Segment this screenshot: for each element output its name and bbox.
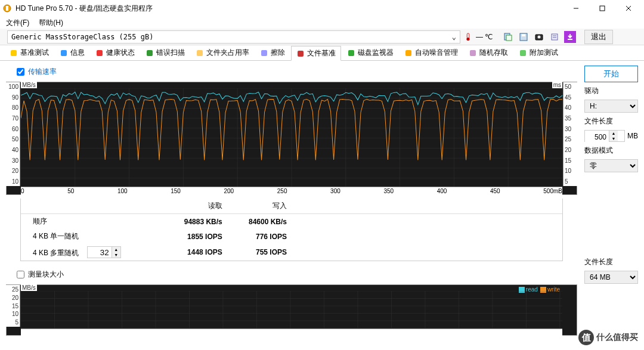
random-icon (469, 49, 477, 57)
search-icon (145, 49, 154, 57)
svg-rect-25 (348, 50, 354, 56)
maximize-button[interactable] (589, 0, 615, 17)
svg-rect-24 (298, 51, 304, 57)
y-unit-right: ms (552, 82, 562, 88)
folder-icon (196, 49, 204, 57)
start-button[interactable]: 开始 (584, 66, 638, 82)
exit-button[interactable]: 退出 (584, 30, 613, 44)
queue-depth-input[interactable] (88, 247, 112, 258)
filelen2-label: 文件长度 (584, 257, 638, 267)
svg-rect-9 (506, 35, 512, 41)
window-title: HD Tune Pro 5.70 - 硬盘/固态硬盘实用程序 (16, 4, 563, 14)
tab-info[interactable]: 信息 (55, 46, 89, 60)
file-icon (296, 49, 305, 58)
svg-rect-11 (522, 34, 525, 36)
transfer-rate-label: 传输速率 (28, 67, 57, 77)
svg-rect-21 (147, 50, 153, 56)
tab-speaker[interactable]: 自动噪音管理 (400, 46, 463, 60)
svg-rect-1 (6, 6, 8, 11)
app-icon (2, 4, 12, 13)
info-icon (60, 49, 68, 57)
mode-select[interactable]: 零 (584, 159, 638, 172)
temperature-value: — ℃ (476, 33, 493, 41)
device-name: Generic MassStorageClass (255 gB) (11, 33, 153, 41)
filelen-unit: MB (627, 132, 638, 140)
save-icon[interactable] (518, 31, 530, 43)
mode-label: 数据模式 (584, 145, 638, 156)
close-button[interactable] (615, 0, 642, 17)
svg-rect-27 (470, 50, 476, 56)
svg-rect-26 (405, 50, 411, 56)
tab-heart[interactable]: 健康状态 (91, 46, 140, 60)
tab-eraser[interactable]: 擦除 (255, 46, 290, 60)
svg-rect-19 (61, 50, 67, 56)
copy-icon[interactable] (502, 31, 514, 43)
table-row: 4 KB 多重随机 ▲▼1448 IOPS755 IOPS (21, 244, 562, 261)
bulb-icon (10, 49, 18, 57)
qd-up[interactable]: ▲ (112, 247, 120, 252)
col-read: 读取 (163, 199, 227, 214)
y-unit-left-2: MB/s (21, 284, 37, 291)
heart-icon (95, 49, 104, 57)
menu-file[interactable]: 文件(F) (4, 17, 32, 29)
tab-random[interactable]: 随机存取 (464, 46, 513, 60)
speaker-icon (404, 49, 413, 57)
table-row: 顺序94883 KB/s84600 KB/s (21, 214, 562, 230)
tab-bar: 基准测试信息健康状态错误扫描文件夹占用率擦除文件基准磁盘监视器自动噪音管理随机存… (0, 45, 644, 61)
menu-help[interactable]: 帮助(H) (36, 17, 66, 29)
watermark: 值 什么值得买 (578, 330, 638, 345)
thermometer-icon (464, 33, 472, 41)
qd-down[interactable]: ▼ (112, 252, 120, 258)
tab-extra[interactable]: 附加测试 (514, 46, 563, 60)
minimize-button[interactable] (563, 0, 589, 17)
tab-folder[interactable]: 文件夹占用率 (191, 46, 254, 60)
svg-rect-18 (11, 50, 17, 56)
eraser-icon (260, 49, 268, 57)
extra-icon (519, 49, 527, 57)
y-unit-left: MB/s (21, 82, 37, 88)
tab-search[interactable]: 错误扫描 (141, 46, 190, 60)
screenshot-icon[interactable] (533, 31, 545, 43)
svg-rect-22 (197, 50, 203, 56)
block-size-checkbox[interactable] (17, 271, 24, 278)
drive-select[interactable]: H: (584, 100, 638, 113)
filelen-down[interactable]: ▼ (609, 136, 618, 141)
filelen2-select[interactable]: 64 MB (584, 271, 638, 284)
results-table: 读取 写入 顺序94883 KB/s84600 KB/s4 KB 单一随机185… (20, 199, 563, 261)
block-size-chart: MB/s read write 252015105 (6, 284, 577, 336)
filelen-input[interactable] (585, 131, 609, 144)
download-icon[interactable] (564, 31, 576, 43)
svg-rect-20 (97, 50, 103, 56)
svg-rect-23 (261, 50, 267, 56)
svg-rect-14 (552, 34, 558, 40)
device-select[interactable]: Generic MassStorageClass (255 gB) ⌄ (7, 30, 460, 44)
filelen-label: 文件长度 (584, 116, 638, 126)
transfer-rate-chart: MB/s ms 100908070605040302010 5045403530… (6, 82, 577, 195)
settings-icon[interactable] (549, 31, 561, 43)
chart-icon (347, 49, 355, 57)
filelen-up[interactable]: ▲ (609, 131, 618, 136)
svg-rect-28 (520, 50, 526, 56)
table-row: 4 KB 单一随机1855 IOPS776 IOPS (21, 229, 562, 244)
tab-file[interactable]: 文件基准 (291, 46, 341, 61)
chevron-down-icon: ⌄ (452, 33, 456, 41)
transfer-rate-checkbox[interactable] (17, 68, 24, 76)
block-size-label: 测量块大小 (28, 270, 64, 280)
svg-rect-3 (600, 6, 605, 11)
col-write: 写入 (227, 199, 292, 214)
drive-label: 驱动 (584, 86, 638, 96)
tab-bulb[interactable]: 基准测试 (5, 46, 54, 60)
tab-chart[interactable]: 磁盘监视器 (342, 46, 398, 60)
svg-point-7 (466, 37, 469, 40)
svg-point-13 (538, 35, 541, 38)
